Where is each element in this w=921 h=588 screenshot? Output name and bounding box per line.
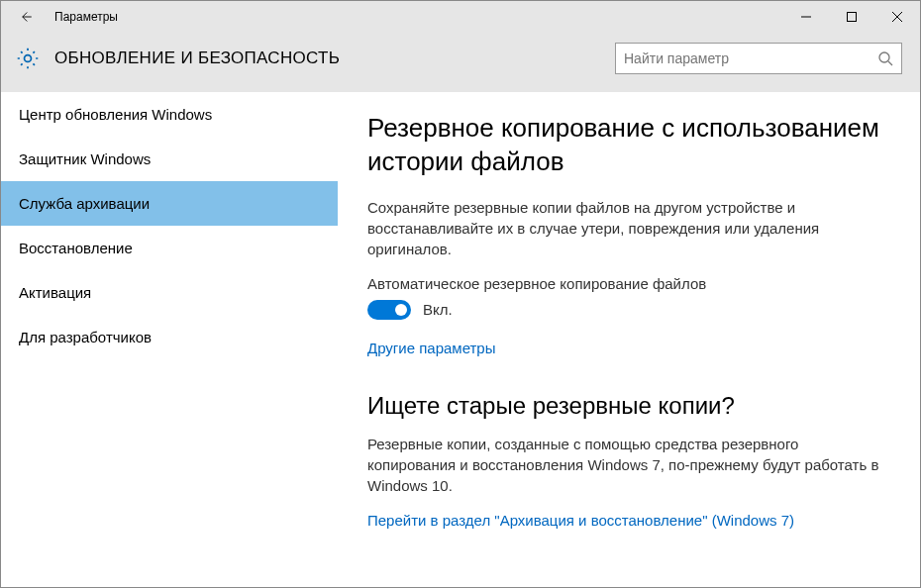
subsection-description: Резервные копии, созданные с помощью сре…	[367, 434, 880, 496]
header: ОБНОВЛЕНИЕ И БЕЗОПАСНОСТЬ	[1, 33, 920, 92]
gear-icon	[15, 46, 41, 71]
content-pane: Резервное копирование с использованием и…	[338, 92, 920, 585]
sidebar-item-5[interactable]: Для разработчиков	[1, 315, 338, 359]
minimize-button[interactable]	[783, 1, 829, 33]
toggle-state-text: Вкл.	[423, 301, 453, 318]
svg-line-6	[888, 61, 892, 65]
toggle-label: Автоматическое резервное копирование фай…	[367, 275, 880, 292]
section-description: Сохраняйте резервные копии файлов на дру…	[367, 197, 880, 259]
sidebar: Центр обновления WindowsЗащитник Windows…	[1, 92, 338, 585]
window-title: Параметры	[54, 10, 118, 24]
search-icon	[877, 50, 893, 66]
sidebar-item-3[interactable]: Восстановление	[1, 226, 338, 270]
svg-point-5	[879, 52, 889, 62]
toggle-knob	[395, 304, 407, 316]
sidebar-item-2[interactable]: Служба архивации	[1, 181, 338, 226]
win7-backup-link[interactable]: Перейти в раздел "Архивация и восстановл…	[367, 512, 794, 529]
svg-rect-1	[848, 12, 857, 21]
section-heading: Резервное копирование с использованием и…	[367, 112, 880, 179]
titlebar: Параметры	[1, 1, 920, 33]
sidebar-item-0[interactable]: Центр обновления Windows	[1, 92, 338, 137]
search-input[interactable]	[624, 50, 877, 66]
more-options-link[interactable]: Другие параметры	[367, 340, 496, 356]
close-button[interactable]	[874, 1, 920, 33]
maximize-button[interactable]	[829, 1, 874, 33]
auto-backup-toggle[interactable]	[367, 300, 411, 320]
back-button[interactable]	[13, 5, 37, 29]
sidebar-item-1[interactable]: Защитник Windows	[1, 137, 338, 181]
sidebar-item-4[interactable]: Активация	[1, 270, 338, 315]
page-title: ОБНОВЛЕНИЕ И БЕЗОПАСНОСТЬ	[54, 49, 340, 68]
search-box[interactable]	[615, 43, 902, 74]
subsection-heading: Ищете старые резервные копии?	[367, 392, 880, 420]
svg-point-4	[25, 55, 32, 62]
